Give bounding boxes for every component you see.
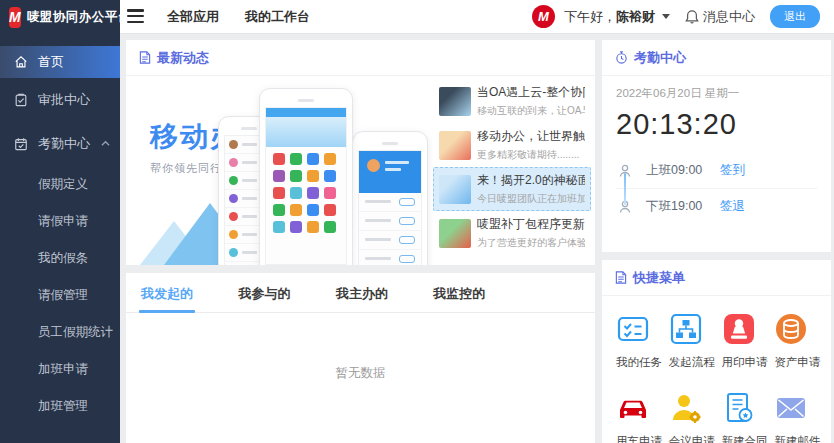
sidebar-item-attendance-center[interactable]: 考勤中心 xyxy=(0,122,120,166)
database-icon xyxy=(774,312,808,346)
attendance-header: 考勤中心 xyxy=(602,40,831,76)
phone-mockup-right xyxy=(352,131,428,265)
timeline-connector xyxy=(624,173,626,205)
clipboard-icon xyxy=(14,93,28,107)
message-center[interactable]: 消息中心 xyxy=(685,8,755,26)
attendance-date: 2022年06月20日 星期一 xyxy=(616,86,817,101)
check-in-link[interactable]: 签到 xyxy=(720,162,745,179)
tab-hosted-by-me[interactable]: 我主办的 xyxy=(334,273,390,313)
check-out-link[interactable]: 签退 xyxy=(720,198,745,215)
envelope-icon xyxy=(774,391,808,425)
news-item-selected[interactable]: 来！揭开2.0的神秘面纱-今日唛盟团队正在加班加点， xyxy=(433,167,591,211)
chevron-down-icon[interactable] xyxy=(662,14,670,19)
sidebar-sub-leave-request[interactable]: 请假申请 xyxy=(0,203,120,240)
sidebar-item-label: 考勤中心 xyxy=(38,135,90,153)
news-thumbnail xyxy=(439,175,471,204)
header-right: M 下午好，陈裕财 消息中心 退出 xyxy=(532,0,820,33)
attendance-title: 考勤中心 xyxy=(634,49,686,67)
car-icon xyxy=(616,391,650,425)
attendance-panel: 考勤中心 2022年06月20日 星期一 20:13:20 上班09:00 签到… xyxy=(602,40,831,252)
tab-monitored-by-me[interactable]: 我监控的 xyxy=(431,273,487,313)
quick-seal-request[interactable]: 用印申请 xyxy=(718,312,771,370)
news-item[interactable]: 移动办公，让世界触手可更多精彩敬请期待........ xyxy=(433,123,591,167)
news-item[interactable]: 唛盟补丁包程序更新为了营造更好的客户体验，唛 xyxy=(433,211,591,255)
person-gear-icon xyxy=(669,391,703,425)
news-thumbnail xyxy=(439,87,471,116)
flows-tabbar: 我发起的 我参与的 我主办的 我监控的 xyxy=(126,273,595,313)
greeting[interactable]: 下午好，陈裕财 xyxy=(564,8,655,26)
quick-menu-title: 快捷菜单 xyxy=(633,269,685,287)
sidebar-item-label: 首页 xyxy=(38,53,64,71)
news-thumbnail xyxy=(439,219,471,248)
sidebar-sub-employee-holiday-stats[interactable]: 员工假期统计 xyxy=(0,314,120,351)
contract-icon xyxy=(722,391,756,425)
news-thumbnail xyxy=(439,131,471,160)
brand-name: 唛盟协同办公平台 xyxy=(27,9,131,26)
home-icon xyxy=(14,55,28,69)
sidebar-sub-leave-management[interactable]: 请假管理 xyxy=(0,277,120,314)
latest-news-title: 最新动态 xyxy=(157,49,209,67)
attendance-clock: 20:13:20 xyxy=(616,108,817,141)
document-icon xyxy=(615,271,627,284)
sidebar-item-approval-center[interactable]: 审批中心 xyxy=(0,78,120,122)
hamburger-menu-icon[interactable] xyxy=(127,9,144,23)
quick-vehicle-request[interactable]: 用车申请 xyxy=(612,391,665,443)
quick-start-flow[interactable]: 发起流程 xyxy=(665,312,718,370)
quick-new-contract[interactable]: 新建合同 xyxy=(718,391,771,443)
tab-initiated-by-me[interactable]: 我发起的 xyxy=(139,273,195,313)
check-in-row: 上班09:00 签到 xyxy=(616,153,817,188)
sidebar-sub-overtime-request[interactable]: 加班申请 xyxy=(0,351,120,388)
quick-meeting-request[interactable]: 会议申请 xyxy=(665,391,718,443)
stamp-icon xyxy=(722,312,756,346)
avatar[interactable]: M xyxy=(532,5,555,28)
sidebar-sub-my-leave-notes[interactable]: 我的假条 xyxy=(0,240,120,277)
quick-menu-panel: 快捷菜单 我的任务 发起流程 用印申请 资产申请 用车申请 会议申请 新建合 xyxy=(602,260,831,443)
brand-logo-icon: M xyxy=(9,7,21,28)
logout-button[interactable]: 退出 xyxy=(770,5,820,28)
check-in-label: 上班09:00 xyxy=(646,162,720,179)
latest-news-panel: 最新动态 移动办公 帮你领先同行 把工作带出办公室 当OA遇上云-整个协同OA移… xyxy=(126,40,595,265)
top-nav: 全部应用 我的工作台 xyxy=(167,0,310,33)
chevron-up-icon xyxy=(101,140,110,147)
attendance-rows: 上班09:00 签到 下班19:00 签退 xyxy=(616,153,817,224)
quick-grid: 我的任务 发起流程 用印申请 资产申请 用车申请 会议申请 新建合同 新建邮件 xyxy=(602,296,831,443)
calendar-icon xyxy=(14,137,28,151)
stopwatch-icon xyxy=(615,51,628,64)
sidebar-item-home[interactable]: 首页 xyxy=(0,46,120,78)
check-out-row: 下班19:00 签退 xyxy=(616,188,817,224)
banner-illustration[interactable]: 移动办公 帮你领先同行 把工作带出办公室 xyxy=(126,76,433,265)
flowchart-icon xyxy=(669,312,703,346)
sidebar: 首页 审批中心 考勤中心 假期定义 请假申请 我的假条 请假管理 员工假期统计 … xyxy=(0,33,120,443)
sidebar-sub-holiday-definition[interactable]: 假期定义 xyxy=(0,166,120,203)
document-icon xyxy=(139,51,151,64)
top-header: M 唛盟协同办公平台 全部应用 我的工作台 M 下午好，陈裕财 消息中心 退出 xyxy=(0,0,834,34)
quick-new-mail[interactable]: 新建邮件 xyxy=(770,391,823,443)
phone-mockup-center xyxy=(259,88,353,265)
quick-menu-header: 快捷菜单 xyxy=(602,260,831,296)
latest-news-header: 最新动态 xyxy=(126,40,595,76)
news-item[interactable]: 当OA遇上云-整个协同OA移动互联的到来，让OA与云 xyxy=(433,79,591,123)
message-center-label: 消息中心 xyxy=(703,8,755,26)
bell-icon xyxy=(685,9,699,24)
news-list: 当OA遇上云-整个协同OA移动互联的到来，让OA与云 移动办公，让世界触手可更多… xyxy=(433,76,595,265)
brand: M 唛盟协同办公平台 xyxy=(0,0,120,34)
username: 陈裕财 xyxy=(616,9,655,24)
sidebar-sub-overtime-management[interactable]: 加班管理 xyxy=(0,388,120,425)
sidebar-item-label: 审批中心 xyxy=(38,91,90,109)
tasks-icon xyxy=(616,312,650,346)
tab-participated-by-me[interactable]: 我参与的 xyxy=(236,273,292,313)
nav-all-apps[interactable]: 全部应用 xyxy=(167,8,219,26)
quick-my-tasks[interactable]: 我的任务 xyxy=(612,312,665,370)
my-flows-panel: 我发起的 我参与的 我主办的 我监控的 暂无数据 xyxy=(126,273,595,443)
quick-asset-request[interactable]: 资产申请 xyxy=(770,312,823,370)
empty-state-text: 暂无数据 xyxy=(126,365,595,382)
nav-my-workbench[interactable]: 我的工作台 xyxy=(245,8,310,26)
check-out-label: 下班19:00 xyxy=(646,198,720,215)
